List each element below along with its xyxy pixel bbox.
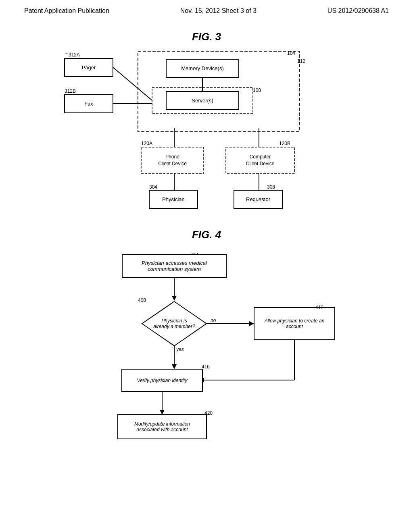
fig3-diagram: 104 112 108 Memory Device(s) Server(s) P…: [33, 47, 380, 220]
ref-408: 408: [138, 297, 146, 303]
ref-312b: 312B: [65, 88, 76, 94]
fax-label: Fax: [65, 95, 113, 113]
phone-client-label: PhoneClient Device: [141, 147, 204, 173]
fig3-title: FIG. 3: [0, 31, 413, 43]
page-header: Patent Application Publication Nov. 15, …: [0, 0, 413, 19]
ref-416: 416: [202, 364, 210, 370]
memory-device-label: Memory Device(s): [166, 59, 239, 77]
header-right: US 2012/0290638 A1: [327, 7, 389, 15]
fig4-title: FIG. 4: [0, 229, 413, 241]
ref-312a: ⌒312A: [65, 52, 80, 58]
requestor-label: Requestor: [234, 190, 282, 208]
physician-label: Physician: [149, 190, 198, 208]
ref-304: 304: [149, 184, 157, 190]
header-left: Patent Application Publication: [24, 7, 109, 15]
flow-allow-label: Allow physician to create an account: [254, 308, 335, 340]
pager-label: Pager: [65, 58, 113, 77]
flow-modify-label: Modify/update information associated wit…: [118, 415, 206, 439]
flow-access-box: Physician accesses medical communication…: [122, 254, 227, 278]
svg-marker-30: [160, 410, 165, 415]
ref-120a: 120A: [141, 141, 152, 146]
svg-marker-21: [172, 364, 177, 369]
ref-104: 104: [287, 50, 295, 56]
svg-marker-23: [249, 321, 254, 326]
no-label: no: [211, 318, 216, 323]
yes-label: yes: [176, 347, 184, 352]
ref-112: 112: [297, 58, 305, 64]
flow-verify-label: Verify physician identity: [122, 369, 202, 391]
svg-marker-18: [172, 296, 177, 301]
svg-line-7: [113, 67, 152, 100]
ref-120b: 120B: [279, 141, 290, 146]
svg-marker-19: [142, 301, 206, 346]
flow-diamond-text: Physician is already a member?: [142, 308, 206, 340]
ref-308: 308: [267, 184, 275, 190]
computer-client-label: ComputerClient Device: [226, 147, 294, 173]
server-label: Server(s): [166, 91, 239, 110]
ref-108: 108: [253, 87, 261, 93]
fig4-diagram: 404 Physician accesses medical communica…: [33, 245, 380, 471]
fig4-arrows: [33, 245, 380, 471]
header-center: Nov. 15, 2012 Sheet 3 of 3: [180, 7, 257, 15]
